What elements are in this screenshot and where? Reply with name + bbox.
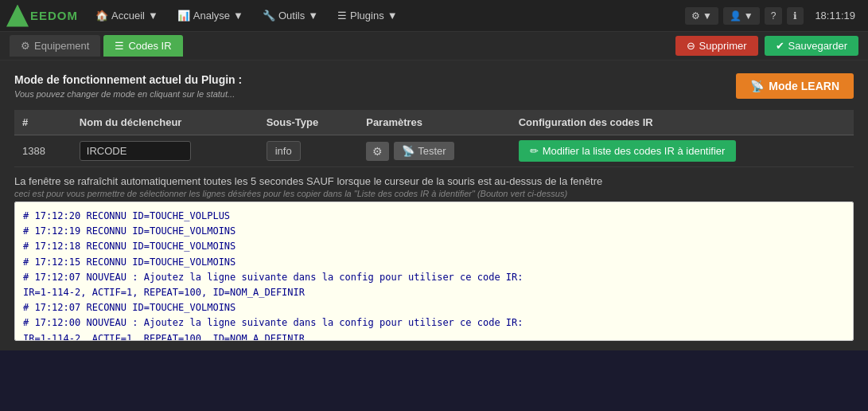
modify-ir-button[interactable]: ✏ Modifier la liste des codes IR à ident… (519, 140, 737, 162)
nav-item-outils[interactable]: 🔧 Outils ▼ (253, 5, 328, 26)
codes-ir-icon: ☰ (115, 40, 124, 52)
edit-icon: ✏ (530, 145, 539, 157)
delete-icon: ⊖ (687, 40, 695, 52)
delete-label: Supprimer (699, 40, 747, 52)
log-sub-text: ceci est pour vous permettre de sélectio… (14, 189, 854, 198)
col-number: # (14, 110, 72, 135)
table-header-row: # Nom du déclencheur Sous-Type Paramètre… (14, 110, 854, 135)
help-button[interactable]: ? (765, 7, 783, 25)
log-container[interactable]: # 17:12:20 RECONNU ID=TOUCHE_VOLPLUS# 17… (14, 202, 854, 341)
col-sous-type: Sous-Type (259, 110, 359, 135)
brand: EEDOM (6, 5, 78, 27)
tab-equipement-label: Equipement (34, 40, 89, 52)
save-icon: ✔ (776, 40, 784, 52)
test-button[interactable]: 📡 Tester (394, 142, 453, 160)
tab-codes-ir-label: Codes IR (128, 40, 171, 52)
row-sous-type-cell: info (259, 135, 359, 167)
nav-label-accueil: Accueil (111, 10, 145, 22)
delete-button[interactable]: ⊖ Supprimer (675, 36, 758, 56)
navbar-right: ⚙▼ 👤▼ ? ℹ 18:11:19 (685, 7, 862, 25)
col-parametres: Paramètres (358, 110, 510, 135)
nav-label-plugins: Plugins (350, 10, 384, 22)
mode-learn-button[interactable]: 📡 Mode LEARN (736, 73, 854, 99)
chevron-down-icon-analyse: ▼ (233, 10, 243, 22)
navbar: EEDOM 🏠 Accueil ▼ 📊 Analyse ▼ 🔧 Outils ▼… (0, 0, 868, 32)
nav-label-outils: Outils (278, 10, 305, 22)
secondary-nav-buttons: ⊖ Supprimer ✔ Sauvegarder (675, 36, 858, 56)
save-button[interactable]: ✔ Sauvegarder (765, 36, 858, 56)
home-icon: 🏠 (95, 10, 108, 22)
params-gear-button[interactable]: ⚙ (366, 142, 389, 161)
col-nom: Nom du déclencheur (72, 110, 259, 135)
gear-icon: ⚙ (691, 10, 700, 22)
log-line: IR=1-114-2, ACTIF=1, REPEAT=100, ID=NOM_… (23, 285, 845, 300)
tab-bar: ⚙ Equipement ☰ Codes IR (10, 35, 675, 57)
data-table: # Nom du déclencheur Sous-Type Paramètre… (14, 110, 854, 167)
signal-icon: 📡 (750, 80, 764, 92)
main-content: Mode de fonctionnement actuel du Plugin … (0, 61, 868, 350)
log-line: # 17:12:07 RECONNU ID=TOUCHE_VOLMOINS (23, 300, 845, 315)
nav-label-analyse: Analyse (193, 10, 230, 22)
trigger-name-input[interactable] (80, 141, 191, 161)
save-label: Sauvegarder (788, 40, 847, 52)
log-line: # 17:12:15 RECONNU ID=TOUCHE_VOLMOINS (23, 255, 845, 270)
brand-name: EEDOM (30, 9, 78, 22)
time-display: 18:11:19 (808, 10, 862, 22)
plugins-icon: ☰ (337, 10, 347, 22)
nav-items: 🏠 Accueil ▼ 📊 Analyse ▼ 🔧 Outils ▼ ☰ Plu… (86, 5, 685, 26)
col-config-ir: Configuration des codes IR (511, 110, 854, 135)
user-button[interactable]: 👤▼ (723, 7, 760, 25)
gear-params-icon: ⚙ (372, 145, 383, 158)
info-icon: ℹ (793, 10, 797, 22)
nav-item-plugins[interactable]: ☰ Plugins ▼ (328, 5, 407, 26)
info-button[interactable]: ℹ (787, 7, 804, 25)
log-line: # 17:12:00 NOUVEAU : Ajoutez la ligne su… (23, 315, 845, 331)
log-line: # 17:12:07 NOUVEAU : Ajoutez la ligne su… (23, 270, 845, 285)
row-name-cell (72, 135, 259, 167)
row-number: 1388 (14, 135, 72, 167)
test-label: Tester (418, 145, 446, 157)
test-icon: 📡 (402, 145, 415, 157)
brand-icon (6, 5, 29, 27)
params-container: ⚙ 📡 Tester (366, 142, 502, 161)
log-main-text: La fenêtre se rafraîchit automatiquement… (14, 175, 854, 187)
tab-codes-ir[interactable]: ☰ Codes IR (103, 35, 182, 57)
plugin-mode-subtitle: Vous pouvez changer de mode en cliquant … (14, 89, 242, 99)
secondary-nav: ⚙ Equipement ☰ Codes IR ⊖ Supprimer ✔ Sa… (0, 32, 868, 61)
plugin-mode-text: Mode de fonctionnement actuel du Plugin … (14, 73, 242, 99)
plugin-mode-section: Mode de fonctionnement actuel du Plugin … (14, 73, 854, 99)
log-line: IR=1-114-2, ACTIF=1, REPEAT=100, ID=NOM_… (23, 331, 845, 342)
settings-button[interactable]: ⚙▼ (685, 7, 718, 25)
chevron-down-icon: ▼ (148, 10, 158, 22)
row-config-ir-cell: ✏ Modifier la liste des codes IR à ident… (511, 135, 854, 167)
log-info: La fenêtre se rafraîchit automatiquement… (14, 175, 854, 198)
sous-type-badge: info (267, 141, 301, 161)
tools-icon: 🔧 (263, 10, 275, 22)
plugin-mode-title: Mode de fonctionnement actuel du Plugin … (14, 73, 242, 86)
log-line: # 17:12:19 RECONNU ID=TOUCHE_VOLMOINS (23, 224, 845, 239)
user-icon: 👤 (730, 10, 741, 22)
table-row: 1388 info ⚙ 📡 Tester (14, 135, 854, 167)
log-line: # 17:12:18 RECONNU ID=TOUCHE_VOLMOINS (23, 239, 845, 254)
modify-label: Modifier la liste des codes IR à identif… (543, 145, 726, 157)
equipement-icon: ⚙ (21, 40, 30, 52)
log-line: # 17:12:20 RECONNU ID=TOUCHE_VOLPLUS (23, 209, 845, 224)
chevron-down-icon-plugins: ▼ (387, 10, 398, 22)
chevron-down-icon-outils: ▼ (308, 10, 318, 22)
mode-learn-label: Mode LEARN (769, 80, 839, 92)
row-params-cell: ⚙ 📡 Tester (358, 135, 510, 167)
analyse-icon: 📊 (177, 10, 190, 22)
question-icon: ? (771, 10, 777, 22)
nav-item-accueil[interactable]: 🏠 Accueil ▼ (86, 5, 168, 26)
nav-item-analyse[interactable]: 📊 Analyse ▼ (168, 5, 253, 26)
tab-equipement[interactable]: ⚙ Equipement (10, 35, 100, 57)
